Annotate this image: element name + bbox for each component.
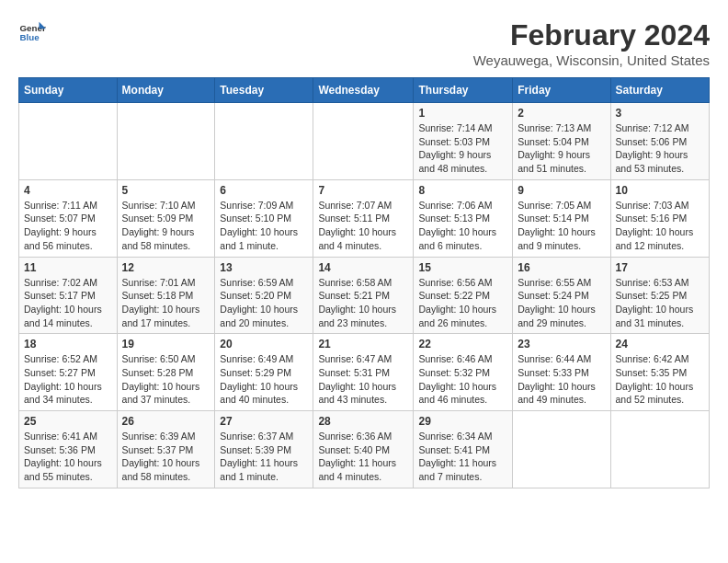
calendar-cell: 15Sunrise: 6:56 AM Sunset: 5:22 PM Dayli… (414, 257, 513, 334)
day-number: 5 (122, 184, 210, 197)
day-detail: Sunrise: 6:59 AM Sunset: 5:20 PM Dayligh… (220, 276, 308, 330)
calendar-cell: 13Sunrise: 6:59 AM Sunset: 5:20 PM Dayli… (215, 257, 313, 334)
calendar-cell: 9Sunrise: 7:05 AM Sunset: 5:14 PM Daylig… (513, 179, 610, 257)
day-number: 2 (518, 107, 605, 120)
day-number: 23 (518, 338, 605, 350)
calendar-cell (117, 103, 215, 180)
day-detail: Sunrise: 7:01 AM Sunset: 5:18 PM Dayligh… (122, 276, 210, 330)
day-detail: Sunrise: 6:53 AM Sunset: 5:25 PM Dayligh… (616, 276, 705, 330)
calendar-cell: 16Sunrise: 6:55 AM Sunset: 5:24 PM Dayli… (513, 257, 610, 334)
day-detail: Sunrise: 7:12 AM Sunset: 5:06 PM Dayligh… (616, 121, 705, 176)
calendar-cell: 1Sunrise: 7:14 AM Sunset: 5:03 PM Daylig… (414, 103, 513, 180)
calendar-week-row: 4Sunrise: 7:11 AM Sunset: 5:07 PM Daylig… (19, 179, 710, 257)
calendar-header-row: SundayMondayTuesdayWednesdayThursdayFrid… (19, 78, 710, 103)
day-number: 11 (24, 261, 112, 274)
page-header: General Blue February 2024 Weyauwega, Wi… (18, 18, 710, 68)
day-of-week-header: Friday (513, 78, 610, 103)
day-number: 22 (418, 338, 507, 350)
day-number: 8 (418, 184, 507, 197)
calendar-week-row: 25Sunrise: 6:41 AM Sunset: 5:36 PM Dayli… (19, 411, 710, 488)
day-detail: Sunrise: 7:14 AM Sunset: 5:03 PM Dayligh… (418, 121, 507, 176)
day-number: 13 (220, 261, 308, 274)
day-number: 6 (220, 184, 308, 197)
day-detail: Sunrise: 7:10 AM Sunset: 5:09 PM Dayligh… (122, 199, 210, 253)
calendar-cell: 26Sunrise: 6:39 AM Sunset: 5:37 PM Dayli… (117, 411, 215, 488)
calendar-table: SundayMondayTuesdayWednesdayThursdayFrid… (18, 77, 710, 488)
day-number: 4 (24, 184, 112, 197)
day-number: 7 (318, 184, 408, 197)
subtitle: Weyauwega, Wisconsin, United States (473, 52, 710, 68)
day-of-week-header: Wednesday (313, 78, 414, 103)
day-detail: Sunrise: 7:11 AM Sunset: 5:07 PM Dayligh… (24, 199, 112, 253)
day-number: 24 (616, 338, 705, 350)
calendar-cell: 14Sunrise: 6:58 AM Sunset: 5:21 PM Dayli… (313, 257, 414, 334)
day-number: 9 (518, 184, 605, 197)
day-detail: Sunrise: 7:13 AM Sunset: 5:04 PM Dayligh… (518, 121, 605, 176)
calendar-cell: 24Sunrise: 6:42 AM Sunset: 5:35 PM Dayli… (610, 334, 710, 411)
day-detail: Sunrise: 6:41 AM Sunset: 5:36 PM Dayligh… (24, 430, 112, 484)
day-number: 18 (24, 338, 112, 350)
day-number: 25 (24, 415, 112, 428)
day-number: 10 (616, 184, 705, 197)
calendar-cell: 20Sunrise: 6:49 AM Sunset: 5:29 PM Dayli… (215, 334, 313, 411)
day-number: 26 (122, 415, 210, 428)
day-detail: Sunrise: 6:37 AM Sunset: 5:39 PM Dayligh… (220, 430, 308, 484)
day-detail: Sunrise: 7:03 AM Sunset: 5:16 PM Dayligh… (616, 199, 705, 253)
calendar-cell: 27Sunrise: 6:37 AM Sunset: 5:39 PM Dayli… (215, 411, 313, 488)
calendar-cell: 23Sunrise: 6:44 AM Sunset: 5:33 PM Dayli… (513, 334, 610, 411)
day-detail: Sunrise: 6:50 AM Sunset: 5:28 PM Dayligh… (122, 352, 210, 407)
day-detail: Sunrise: 7:06 AM Sunset: 5:13 PM Dayligh… (418, 199, 507, 253)
main-title: February 2024 (473, 18, 710, 52)
calendar-cell: 6Sunrise: 7:09 AM Sunset: 5:10 PM Daylig… (215, 179, 313, 257)
day-detail: Sunrise: 6:52 AM Sunset: 5:27 PM Dayligh… (24, 352, 112, 407)
calendar-cell: 7Sunrise: 7:07 AM Sunset: 5:11 PM Daylig… (313, 179, 414, 257)
calendar-cell: 17Sunrise: 6:53 AM Sunset: 5:25 PM Dayli… (610, 257, 710, 334)
calendar-cell: 22Sunrise: 6:46 AM Sunset: 5:32 PM Dayli… (414, 334, 513, 411)
day-number: 27 (220, 415, 308, 428)
day-detail: Sunrise: 6:49 AM Sunset: 5:29 PM Dayligh… (220, 352, 308, 407)
day-detail: Sunrise: 6:34 AM Sunset: 5:41 PM Dayligh… (418, 430, 507, 484)
calendar-cell (19, 103, 118, 180)
title-block: February 2024 Weyauwega, Wisconsin, Unit… (473, 18, 710, 68)
calendar-cell: 21Sunrise: 6:47 AM Sunset: 5:31 PM Dayli… (313, 334, 414, 411)
day-number: 29 (418, 415, 507, 428)
calendar-week-row: 1Sunrise: 7:14 AM Sunset: 5:03 PM Daylig… (19, 103, 710, 180)
calendar-cell: 2Sunrise: 7:13 AM Sunset: 5:04 PM Daylig… (513, 103, 610, 180)
calendar-cell: 8Sunrise: 7:06 AM Sunset: 5:13 PM Daylig… (414, 179, 513, 257)
calendar-cell: 12Sunrise: 7:01 AM Sunset: 5:18 PM Dayli… (117, 257, 215, 334)
day-detail: Sunrise: 6:47 AM Sunset: 5:31 PM Dayligh… (318, 352, 408, 407)
logo: General Blue (18, 18, 46, 46)
calendar-week-row: 11Sunrise: 7:02 AM Sunset: 5:17 PM Dayli… (19, 257, 710, 334)
day-number: 1 (418, 107, 507, 120)
day-number: 15 (418, 261, 507, 274)
calendar-cell (513, 411, 610, 488)
day-detail: Sunrise: 7:05 AM Sunset: 5:14 PM Dayligh… (518, 199, 605, 253)
day-number: 14 (318, 261, 408, 274)
day-detail: Sunrise: 6:55 AM Sunset: 5:24 PM Dayligh… (518, 276, 605, 330)
calendar-cell: 10Sunrise: 7:03 AM Sunset: 5:16 PM Dayli… (610, 179, 710, 257)
day-of-week-header: Sunday (19, 78, 118, 103)
day-of-week-header: Saturday (610, 78, 710, 103)
day-number: 17 (616, 261, 705, 274)
day-number: 3 (616, 107, 705, 120)
day-number: 20 (220, 338, 308, 350)
day-of-week-header: Tuesday (215, 78, 313, 103)
logo-icon: General Blue (18, 18, 46, 46)
calendar-cell (610, 411, 710, 488)
calendar-cell: 18Sunrise: 6:52 AM Sunset: 5:27 PM Dayli… (19, 334, 118, 411)
day-number: 19 (122, 338, 210, 350)
day-detail: Sunrise: 7:07 AM Sunset: 5:11 PM Dayligh… (318, 199, 408, 253)
day-detail: Sunrise: 6:58 AM Sunset: 5:21 PM Dayligh… (318, 276, 408, 330)
day-detail: Sunrise: 6:36 AM Sunset: 5:40 PM Dayligh… (318, 430, 408, 484)
day-number: 21 (318, 338, 408, 350)
calendar-cell: 19Sunrise: 6:50 AM Sunset: 5:28 PM Dayli… (117, 334, 215, 411)
day-detail: Sunrise: 7:02 AM Sunset: 5:17 PM Dayligh… (24, 276, 112, 330)
calendar-cell (313, 103, 414, 180)
day-detail: Sunrise: 6:46 AM Sunset: 5:32 PM Dayligh… (418, 352, 507, 407)
calendar-cell: 5Sunrise: 7:10 AM Sunset: 5:09 PM Daylig… (117, 179, 215, 257)
day-of-week-header: Monday (117, 78, 215, 103)
calendar-cell: 25Sunrise: 6:41 AM Sunset: 5:36 PM Dayli… (19, 411, 118, 488)
day-detail: Sunrise: 6:42 AM Sunset: 5:35 PM Dayligh… (616, 352, 705, 407)
day-number: 28 (318, 415, 408, 428)
day-number: 12 (122, 261, 210, 274)
